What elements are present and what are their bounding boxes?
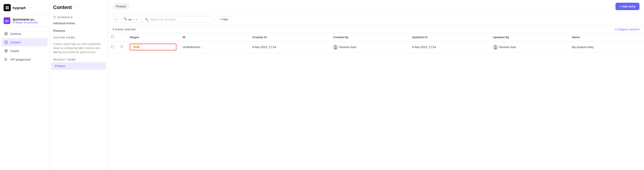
row-stages-cell: Draft [126,42,180,53]
configure-columns-button[interactable]: Configure columns [615,28,640,31]
row-edit-cell[interactable] [117,42,126,53]
stage-badge-draft: Draft [131,44,142,50]
add-entry-button[interactable]: + Add entry [616,3,640,10]
edit-icon [4,40,8,44]
svg-marker-0 [4,32,8,34]
search-box[interactable]: 🔍 Search for any item... [142,16,214,23]
sidebar-item-schema[interactable]: Schema [2,30,48,38]
custom-views-label: CUSTOM VIEWS [50,34,108,40]
title-dots[interactable]: ··· [74,6,78,10]
select-all-checkbox[interactable] [111,35,114,38]
filter-bar: « en × ▾ 🔍 Search for any item... + Filt… [108,13,644,26]
search-placeholder: Search for any item... [150,18,178,21]
main-area: Product ··· + Add entry « en × ▾ 🔍 Searc… [108,0,644,170]
updated-by-user: Romina Soto [493,44,566,50]
col-id[interactable]: ID [180,33,249,42]
updated-by-name: Romina Soto [499,46,516,49]
paperclip-icon [4,49,8,53]
language-code: en [128,18,132,21]
row-updated-at-cell: 9 Nov 2023, 17:54 [409,42,490,53]
language-selector[interactable]: en × ▾ [121,16,140,23]
individual-entries-item[interactable]: Individual entries [50,20,108,27]
sidebar-item-label: API playground [10,58,30,61]
select-all-header[interactable] [108,33,117,42]
collapse-button[interactable]: « [112,16,119,22]
col-stages[interactable]: Stages [126,33,180,42]
sidebar-item-content[interactable]: Content [2,38,48,46]
svg-point-11 [494,46,496,47]
svg-marker-7 [5,58,7,61]
row-checkbox-cell[interactable] [108,42,117,53]
row-created-at-cell: 9 Nov 2023, 17:54 [249,42,330,53]
logo-dots[interactable]: ··· [28,6,33,10]
logo-text: hygraph [12,6,26,10]
translate-icon [124,17,127,22]
svg-point-10 [334,48,337,50]
content-panel-title: Content ··· [50,4,108,14]
logo-icon [4,4,11,11]
svg-point-12 [494,48,497,50]
custom-views-description: Custom views help you add customized vie… [50,40,108,56]
avatar: Qu [4,17,10,24]
col-updated-by[interactable]: Updated By [490,33,569,42]
sidebar-item-label: Assets [10,49,19,52]
workspace-info: Quickstarter pr... Master Environment [12,18,46,24]
created-by-name: Romina Soto [339,46,356,49]
workspace-item[interactable]: Qu Quickstarter pr... Master Environment [0,14,49,27]
layers-icon [4,32,8,36]
top-bar: Product ··· + Add entry [108,0,644,13]
sidebar: hygraph ··· Qu Quickstarter pr... Master… [0,0,50,170]
updated-by-avatar [493,44,498,50]
table-row: Draft clorfitr9c4xv0... 9 Nov 2023, 17:5… [108,42,644,53]
releases-item[interactable]: Releases [50,27,108,34]
language-remove[interactable]: × [133,18,134,21]
default-views-label: DEFAULT VIEWS [50,56,108,62]
top-bar-left: Product ··· [112,3,136,10]
created-by-avatar [333,44,338,50]
col-edit [117,33,126,42]
entries-count: 0 entries selected [112,28,136,31]
sidebar-item-api-playground[interactable]: API playground [2,55,48,64]
svg-point-6 [6,50,6,51]
row-created-by-cell: Romina Soto [330,42,409,53]
content-panel: Content ··· SCHEDULE Individual entries … [50,0,108,170]
svg-point-9 [334,46,336,47]
col-updated-at[interactable]: Updated At [409,33,490,42]
default-view-product[interactable]: Product [51,62,106,70]
table-area: 0 entries selected Configure columns Sta… [108,26,644,170]
stages-column-highlight: Draft [130,44,176,50]
col-created-at[interactable]: Created At [249,33,330,42]
workspace-name: Quickstarter pr... [12,18,46,21]
row-id-cell: clorfitr9c4xv0... [180,42,249,53]
created-by-user: Romina Soto [333,44,406,50]
col-created-by[interactable]: Created By [330,33,409,42]
table-header-row: 0 entries selected Configure columns [108,26,644,33]
row-name-cell: My product entry [569,42,644,53]
filter-button[interactable]: + Filter [216,16,232,23]
col-name[interactable]: Name [569,33,644,42]
schedule-section-label: SCHEDULE [50,14,108,20]
search-icon: 🔍 [145,18,148,21]
page-title: Content [53,4,72,10]
workspace-env: Master Environment [12,21,46,24]
sidebar-item-label: Content [10,41,21,44]
product-tab[interactable]: Product [112,3,130,10]
chevron-down-icon[interactable]: ▾ [136,18,137,21]
sidebar-item-assets[interactable]: Assets [2,47,48,55]
play-icon [4,57,8,62]
row-checkbox[interactable] [111,45,114,48]
logo-area: hygraph ··· [0,0,49,14]
content-table: Stages ID Created At Created By Updated … [108,33,644,53]
row-updated-by-cell: Romina Soto [490,42,569,53]
tab-dots[interactable]: ··· [132,5,136,8]
nav-items: Schema Content Assets A [0,27,49,66]
sidebar-item-label: Schema [10,32,21,36]
clock-icon [53,16,56,19]
svg-point-5 [5,50,8,52]
